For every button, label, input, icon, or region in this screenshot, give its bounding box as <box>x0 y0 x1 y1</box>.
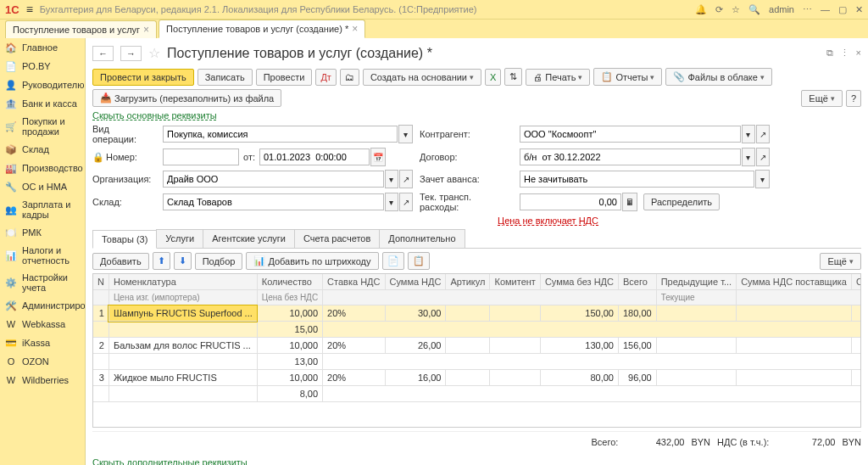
col-qty[interactable]: Количество <box>257 274 322 290</box>
history-icon[interactable]: ⟳ <box>715 4 723 15</box>
hide-main-link[interactable]: Скрыть основные реквизиты <box>92 110 861 120</box>
sidebar-item-15[interactable]: OOZON <box>0 352 85 371</box>
tab-document-1[interactable]: Поступление товаров и услуг × <box>5 20 157 38</box>
dropdown-icon[interactable]: ▾ <box>742 125 755 143</box>
sidebar-item-12[interactable]: 🛠️Администрирование <box>0 296 85 315</box>
doc-tab-3[interactable]: Счета расчетов <box>294 229 380 248</box>
calc-icon[interactable]: 🖩 <box>622 193 637 211</box>
col-pred[interactable]: Предыдущие т... <box>656 274 737 290</box>
select-button[interactable]: Подбор <box>195 253 243 270</box>
col-art[interactable]: Артикул <box>446 274 490 290</box>
paste-icon[interactable]: 📋 <box>408 252 430 270</box>
price-nds-link[interactable]: Цена не включает НДС <box>498 216 598 226</box>
sidebar-item-2[interactable]: 👤Руководителю <box>0 76 85 94</box>
help-button[interactable]: ? <box>846 90 861 107</box>
open-icon[interactable]: ↗ <box>399 193 413 211</box>
open-icon[interactable]: ↗ <box>756 125 770 143</box>
dt-kt-icon[interactable]: Дт <box>315 69 337 86</box>
add-row-button[interactable]: Добавить <box>92 253 149 270</box>
sidebar-item-3[interactable]: 🏦Банк и касса <box>0 94 85 113</box>
close-icon[interactable]: × <box>143 24 149 36</box>
dropdown-icon[interactable]: ▾ <box>742 148 755 166</box>
reports-button[interactable]: 📋 Отчеты▾ <box>593 68 662 86</box>
save-button[interactable]: Записать <box>198 69 253 86</box>
doc-tab-2[interactable]: Агентские услуги <box>203 229 295 248</box>
raspredelit-button[interactable]: Распределить <box>643 193 720 210</box>
sidebar-item-5[interactable]: 📦Склад <box>0 140 85 159</box>
print-button[interactable]: 🖨 Печать▾ <box>526 69 590 86</box>
sidebar-item-16[interactable]: WWildberries <box>0 371 85 389</box>
dropdown-icon[interactable]: ▾ <box>385 193 398 211</box>
org-input[interactable] <box>163 171 384 188</box>
col-snds[interactable]: Сумма НДС <box>385 274 446 290</box>
doc-tab-4[interactable]: Дополнительно <box>379 229 465 248</box>
create-based-on-button[interactable]: Создать на основании▾ <box>363 69 481 86</box>
close-window-icon[interactable]: ✕ <box>855 4 863 15</box>
sidebar-item-8[interactable]: 👥Зарплата и кадры <box>0 196 85 223</box>
search-icon[interactable]: 🔍 <box>748 4 760 15</box>
col-schetr[interactable]: Счет расчетов <box>851 274 861 290</box>
structure-icon[interactable]: 🗂 <box>340 69 359 86</box>
table-row-sub[interactable]: 13,00 <box>93 354 861 370</box>
sidebar-item-6[interactable]: 🏭Производство <box>0 159 85 177</box>
dogovor-input[interactable] <box>520 148 741 165</box>
table-row[interactable]: 3Жидкое мыло FRUCTIS10,00020%16,0080,009… <box>93 370 861 386</box>
more-vertical-icon[interactable]: ⋮ <box>840 48 849 59</box>
settings-icon[interactable]: ⋯ <box>803 4 812 15</box>
table-row-sub[interactable]: 8,00 <box>93 386 861 402</box>
back-button[interactable]: ← <box>92 46 114 61</box>
add-by-barcode-button[interactable]: 📊 Добавить по штрихкоду <box>246 252 378 270</box>
col-komit[interactable]: Комитент <box>490 274 540 290</box>
sidebar-item-11[interactable]: ⚙️Настройки учета <box>0 269 85 296</box>
compare-icon[interactable]: ⇅ <box>504 68 522 86</box>
col-ndspost[interactable]: Сумма НДС поставщика <box>737 274 852 290</box>
open-icon[interactable]: ↗ <box>399 170 413 188</box>
restore-icon[interactable]: ▢ <box>838 4 847 15</box>
favorite-icon[interactable]: ☆ <box>148 45 160 61</box>
forward-button[interactable]: → <box>120 46 142 61</box>
date-input[interactable] <box>259 148 370 165</box>
hide-extra-link[interactable]: Скрыть дополнительные реквизиты <box>92 457 248 465</box>
doc-tab-1[interactable]: Услуги <box>156 229 203 248</box>
copy-icon[interactable]: 📄 <box>382 252 404 270</box>
col-nom[interactable]: Номенклатура <box>108 274 257 290</box>
more-button[interactable]: Ещё▾ <box>801 90 843 107</box>
close-icon[interactable]: × <box>352 23 358 35</box>
sidebar-item-7[interactable]: 🔧ОС и НМА <box>0 177 85 196</box>
sklad-input[interactable] <box>163 193 384 210</box>
menu-icon[interactable]: ≡ <box>26 3 33 16</box>
tek-rashody-input[interactable] <box>520 193 621 210</box>
table-more-button[interactable]: Ещё▾ <box>820 253 861 270</box>
col-snn[interactable]: Сумма без НДС <box>540 274 618 290</box>
dropdown-icon[interactable]: ▾ <box>385 170 398 188</box>
load-from-file-button[interactable]: 📥 Загрузить (перезаполнить) из файла <box>92 89 281 107</box>
dropdown-icon[interactable]: ▾ <box>755 170 770 188</box>
user-label[interactable]: admin <box>769 4 794 14</box>
close-page-icon[interactable]: × <box>856 48 861 59</box>
post-and-close-button[interactable]: Провести и закрыть <box>92 69 194 86</box>
move-up-icon[interactable]: ⬆ <box>153 252 170 270</box>
excel-export-icon[interactable]: X <box>485 69 501 86</box>
calendar-icon[interactable]: 📅 <box>370 148 386 166</box>
col-vsego[interactable]: Всего <box>618 274 656 290</box>
post-button[interactable]: Провести <box>256 69 313 86</box>
table-row[interactable]: 2Бальзам для волос FRUCTIS ...10,00020%2… <box>93 338 861 354</box>
open-icon[interactable]: ↗ <box>756 148 770 166</box>
sidebar-item-14[interactable]: 💳iKassa <box>0 333 85 352</box>
vid-op-input[interactable] <box>163 126 398 143</box>
sidebar-item-4[interactable]: 🛒Покупки и продажи <box>0 113 85 140</box>
tab-document-2[interactable]: Поступление товаров и услуг (создание) *… <box>159 20 365 38</box>
sidebar-item-10[interactable]: 📊Налоги и отчетность <box>0 242 85 269</box>
nomer-input[interactable] <box>163 148 239 165</box>
cloud-files-button[interactable]: 📎 Файлы в облаке▾ <box>665 68 771 86</box>
move-down-icon[interactable]: ⬇ <box>174 252 192 270</box>
dropdown-icon[interactable]: ▾ <box>398 125 413 143</box>
kontragent-input[interactable] <box>520 126 741 143</box>
table-row-sub[interactable]: 15,00 <box>93 322 861 338</box>
zachet-input[interactable] <box>520 171 754 188</box>
doc-tab-0[interactable]: Товары (3) <box>92 230 157 249</box>
col-n[interactable]: N <box>93 274 108 290</box>
minimize-icon[interactable]: — <box>821 4 830 14</box>
sidebar-item-13[interactable]: WWebkassa <box>0 315 85 333</box>
open-new-window-icon[interactable]: ⧉ <box>826 48 833 59</box>
